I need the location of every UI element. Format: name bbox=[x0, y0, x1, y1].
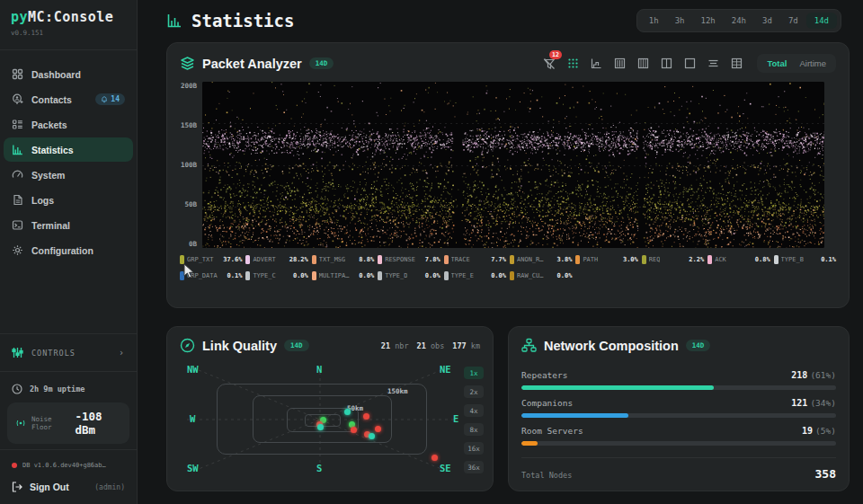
composition-label: Repeaters bbox=[521, 370, 567, 380]
y-tick: 200B bbox=[181, 82, 197, 90]
sidebar-item-label: Contacts bbox=[31, 94, 72, 105]
legend-item-TYPE_E[interactable]: TYPE_E0.0% bbox=[444, 271, 506, 280]
legend-swatch bbox=[312, 255, 316, 264]
packet-analyzer-range-badge: 14D bbox=[309, 57, 334, 69]
scatter-view-button[interactable] bbox=[565, 56, 581, 72]
zoom-level-8x[interactable]: 8x bbox=[464, 423, 484, 436]
histogram-view-button[interactable] bbox=[588, 56, 604, 72]
total-nodes-row: Total Nodes358 bbox=[521, 467, 836, 481]
compass-direction-w: W bbox=[190, 413, 195, 424]
sidebar-item-system[interactable]: System bbox=[4, 163, 133, 187]
table-view-button[interactable] bbox=[728, 56, 744, 72]
legend-item-TXT_MSG[interactable]: TXT_MSG8.8% bbox=[312, 255, 374, 264]
levels-icon bbox=[707, 57, 719, 69]
network-composition-range-badge: 14D bbox=[686, 340, 711, 351]
sidebar-item-contacts[interactable]: Contacts14 bbox=[4, 87, 133, 111]
sidebar-item-dashboard[interactable]: Dashboard bbox=[4, 62, 133, 86]
composition-label: Room Servers bbox=[521, 426, 583, 436]
legend-swatch bbox=[575, 255, 580, 264]
legend-item-TYPE_B[interactable]: TYPE_B0.1% bbox=[774, 255, 836, 264]
sidebar-item-configuration[interactable]: Configuration bbox=[4, 238, 133, 262]
legend-item-TYPE_C[interactable]: TYPE_C0.0% bbox=[245, 271, 307, 280]
page-header: Statistics 1h3h12h24h3d7d14d bbox=[138, 0, 863, 40]
packet-spectrogram-canvas[interactable] bbox=[202, 82, 824, 248]
legend-item-ADVERT[interactable]: ADVERT28.2% bbox=[245, 255, 307, 264]
sign-out-icon bbox=[12, 482, 22, 492]
compass-direction-s: S bbox=[316, 463, 322, 473]
compass-direction-ne: NE bbox=[440, 364, 451, 375]
main-content: Statistics 1h3h12h24h3d7d14d Packet Anal… bbox=[138, 0, 863, 504]
time-range-24h[interactable]: 24h bbox=[724, 13, 754, 29]
time-range-12h[interactable]: 12h bbox=[693, 13, 724, 29]
legend-label: TYPE_E bbox=[451, 272, 474, 279]
zoom-level-2x[interactable]: 2x bbox=[464, 385, 484, 398]
range-label-150km: 150km bbox=[387, 387, 408, 395]
legend-item-PATH[interactable]: PATH3.0% bbox=[575, 255, 637, 264]
legend-item-TYPE_D[interactable]: TYPE_D0.0% bbox=[378, 271, 440, 280]
composition-row-room-servers: Room Servers19(5%) bbox=[521, 426, 836, 436]
time-range-7d[interactable]: 7d bbox=[780, 13, 806, 29]
outline-view-button[interactable] bbox=[681, 56, 698, 72]
legend-item-GRP_TXT[interactable]: GRP_TXT37.6% bbox=[180, 255, 242, 264]
zoom-level-4x[interactable]: 4x bbox=[464, 404, 484, 417]
legend-label: RESPONSE bbox=[385, 256, 415, 263]
dot-grid-icon bbox=[567, 57, 579, 69]
legend-label: TYPE_B bbox=[781, 256, 804, 263]
compass-direction-n: N bbox=[316, 364, 322, 375]
legend-label: GRP_TXT bbox=[187, 256, 214, 263]
sidebar-item-controls[interactable]: CONTROLS › bbox=[0, 340, 137, 366]
bars-striped-view-button[interactable] bbox=[635, 56, 651, 72]
legend-swatch bbox=[444, 255, 449, 264]
time-range-1h[interactable]: 1h bbox=[641, 13, 667, 29]
legend-value: 0.0% bbox=[425, 272, 440, 279]
sidebar-item-terminal[interactable]: Terminal bbox=[4, 213, 133, 237]
legend-swatch bbox=[378, 255, 382, 264]
filter-off-button[interactable]: 12 bbox=[541, 56, 557, 72]
legend-item-RAW_CU[interactable]: RAW_CU…0.0% bbox=[510, 271, 572, 280]
legend-item-GRP_DATA[interactable]: GRP_DATA0.1% bbox=[180, 271, 242, 280]
split-view-button[interactable] bbox=[658, 56, 674, 72]
node-point bbox=[375, 426, 381, 432]
legend-swatch bbox=[707, 255, 712, 264]
sidebar-item-packets[interactable]: Packets bbox=[4, 112, 133, 137]
sidebar-item-statistics[interactable]: Statistics bbox=[4, 137, 133, 162]
filter-off-icon bbox=[543, 57, 556, 70]
legend-item-ANON_R[interactable]: ANON_R…3.8% bbox=[510, 255, 572, 264]
legend-item-MULTIPA[interactable]: MULTIPA…0.0% bbox=[312, 271, 374, 280]
legend-item-REQ[interactable]: REQ2.2% bbox=[642, 255, 704, 264]
total-airtime-toggle: Total Airtime bbox=[757, 54, 836, 73]
compass-zoom-controls: 1x2x4x8x16x36x bbox=[464, 367, 484, 473]
compass-direction-nw: NW bbox=[187, 364, 199, 375]
legend-item-RESPONSE[interactable]: RESPONSE7.8% bbox=[378, 255, 440, 264]
composition-row-repeaters: Repeaters218(61%) bbox=[521, 370, 836, 380]
legend-label: TYPE_C bbox=[253, 272, 275, 279]
time-range-3d[interactable]: 3d bbox=[754, 13, 780, 29]
sidebar-bottom: CONTROLS › 2h 9m uptime Noise Floor -108… bbox=[0, 328, 137, 504]
noise-floor-panel: Noise Floor -108 dBm bbox=[7, 402, 129, 444]
sidebar-item-logs[interactable]: Logs bbox=[4, 188, 133, 212]
levels-view-button[interactable] bbox=[705, 56, 721, 72]
sign-out-button[interactable]: Sign Out (admin) bbox=[0, 475, 137, 499]
legend-item-ACK[interactable]: ACK0.8% bbox=[707, 255, 770, 264]
legend-value: 0.1% bbox=[821, 256, 836, 263]
noise-floor-value: -108 dBm bbox=[75, 410, 121, 437]
time-range-3h[interactable]: 3h bbox=[667, 13, 693, 29]
time-range-14d[interactable]: 14d bbox=[806, 13, 837, 29]
divider bbox=[521, 457, 836, 458]
outline-square-icon bbox=[684, 57, 696, 69]
zoom-level-36x[interactable]: 36x bbox=[464, 461, 484, 473]
zoom-level-1x[interactable]: 1x bbox=[464, 367, 484, 379]
toggle-airtime[interactable]: Airtime bbox=[795, 57, 831, 70]
composition-bar-track bbox=[521, 385, 836, 390]
legend-item-TRACE[interactable]: TRACE7.7% bbox=[444, 255, 506, 264]
legend-swatch bbox=[774, 255, 778, 264]
app-logo-prefix: py bbox=[11, 9, 28, 25]
bars-dense-view-button[interactable] bbox=[611, 56, 627, 72]
packet-analyzer-toolbar: 12 bbox=[541, 54, 836, 73]
toggle-total[interactable]: Total bbox=[762, 57, 791, 70]
composition-bar-fill bbox=[521, 385, 714, 390]
zoom-level-16x[interactable]: 16x bbox=[464, 442, 484, 455]
legend-value: 37.6% bbox=[223, 256, 242, 263]
legend-swatch bbox=[444, 271, 449, 280]
sign-out-label: Sign Out bbox=[30, 482, 69, 492]
